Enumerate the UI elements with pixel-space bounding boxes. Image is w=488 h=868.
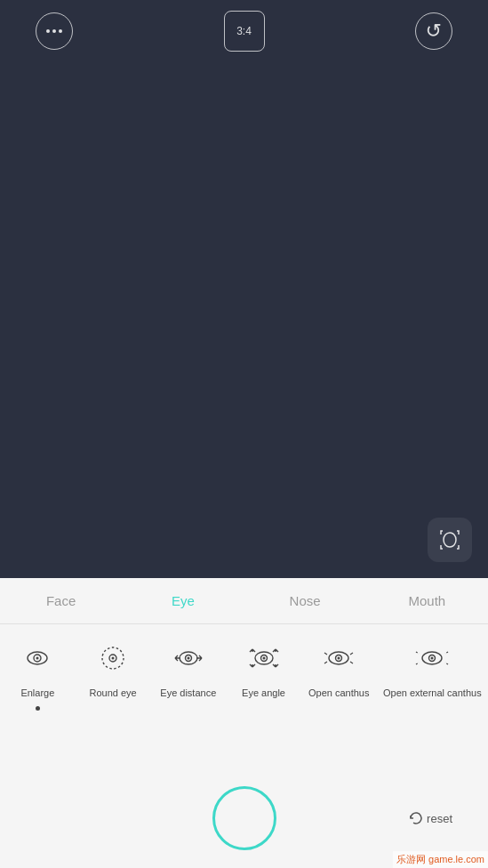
tab-eye[interactable]: Eye bbox=[122, 578, 244, 623]
open-external-canthus-icon-wrap bbox=[409, 635, 455, 681]
eye-angle-label: Eye angle bbox=[242, 687, 285, 699]
tab-mouth[interactable]: Mouth bbox=[366, 578, 488, 623]
feature-eye-angle[interactable]: Eye angle bbox=[233, 635, 295, 699]
eye-angle-icon-wrap bbox=[241, 635, 287, 681]
eye-distance-icon-wrap bbox=[165, 635, 212, 681]
svg-point-0 bbox=[444, 533, 456, 547]
open-canthus-icon-wrap bbox=[316, 635, 362, 681]
tab-nose[interactable]: Nose bbox=[244, 578, 366, 623]
eye-distance-icon bbox=[168, 638, 209, 679]
reset-button[interactable]: reset bbox=[409, 811, 452, 825]
open-canthus-label: Open canthus bbox=[308, 687, 370, 699]
dots-icon bbox=[46, 29, 62, 33]
camera-viewfinder: 3:4 ↻ bbox=[0, 0, 488, 578]
reset-icon bbox=[409, 811, 423, 825]
enlarge-active-dot bbox=[36, 706, 40, 711]
svg-point-9 bbox=[187, 657, 189, 660]
flip-button[interactable]: ↻ bbox=[415, 12, 452, 50]
shutter-button[interactable] bbox=[212, 786, 276, 850]
bottom-panel: Face Eye Nose Mouth Enlarge bbox=[0, 578, 488, 868]
more-button[interactable] bbox=[36, 12, 73, 50]
open-canthus-icon bbox=[318, 638, 359, 679]
feature-open-external-canthus[interactable]: Open external canthus bbox=[383, 635, 482, 699]
round-eye-icon bbox=[92, 638, 133, 679]
svg-point-18 bbox=[431, 657, 434, 660]
feature-enlarge[interactable]: Enlarge bbox=[6, 635, 68, 711]
category-tabs: Face Eye Nose Mouth bbox=[0, 578, 488, 624]
tab-face[interactable]: Face bbox=[0, 578, 122, 623]
reset-label: reset bbox=[427, 812, 452, 825]
enlarge-eye-icon bbox=[17, 638, 58, 679]
enlarge-icon-wrap bbox=[14, 635, 60, 681]
feature-eye-distance[interactable]: Eye distance bbox=[157, 635, 220, 699]
svg-point-12 bbox=[262, 657, 265, 660]
svg-point-3 bbox=[36, 657, 39, 660]
watermark: 乐游网 game.le.com bbox=[393, 851, 488, 868]
eye-angle-icon bbox=[244, 638, 284, 679]
open-external-canthus-icon bbox=[412, 638, 452, 679]
round-eye-label: Round eye bbox=[89, 687, 136, 699]
svg-point-6 bbox=[112, 657, 115, 660]
feature-open-canthus[interactable]: Open canthus bbox=[308, 635, 370, 699]
reshape-toggle-button[interactable] bbox=[428, 518, 472, 562]
reshape-icon bbox=[437, 527, 462, 552]
ratio-label: 3:4 bbox=[236, 25, 252, 37]
svg-point-15 bbox=[338, 657, 340, 660]
features-row: Enlarge Round eye bbox=[0, 624, 488, 718]
enlarge-label: Enlarge bbox=[20, 687, 54, 699]
open-external-canthus-label: Open external canthus bbox=[383, 687, 482, 699]
eye-distance-label: Eye distance bbox=[160, 687, 216, 699]
rotate-icon: ↻ bbox=[426, 20, 442, 43]
top-toolbar: 3:4 ↻ bbox=[0, 0, 488, 62]
round-eye-icon-wrap bbox=[90, 635, 136, 681]
feature-round-eye[interactable]: Round eye bbox=[82, 635, 144, 699]
ratio-button[interactable]: 3:4 bbox=[224, 11, 265, 52]
